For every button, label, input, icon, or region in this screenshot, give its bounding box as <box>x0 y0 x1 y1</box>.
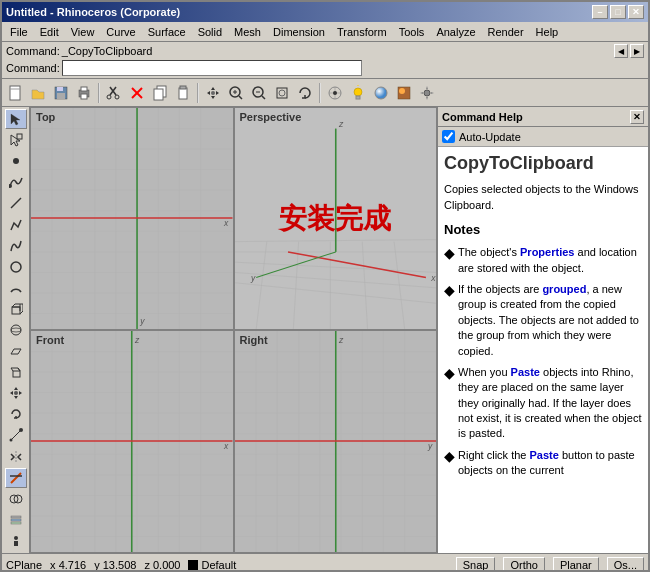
left-btn-extrude[interactable] <box>5 362 27 382</box>
help-close-button[interactable]: ✕ <box>630 110 644 124</box>
status-ortho-btn[interactable]: Ortho <box>503 557 545 573</box>
tb-delete[interactable] <box>126 82 148 104</box>
left-btn-mirror[interactable] <box>5 447 27 467</box>
status-os-btn[interactable]: Os... <box>607 557 644 573</box>
menu-mesh[interactable]: Mesh <box>228 24 267 40</box>
layer-color-dot <box>188 560 198 570</box>
autoupdate-checkbox[interactable] <box>442 130 455 143</box>
left-btn-surface[interactable] <box>5 341 27 361</box>
viewport-top[interactable]: Top x y <box>30 107 234 330</box>
help-autoupdate: Auto-Update <box>438 127 648 147</box>
left-btn-circle[interactable] <box>5 257 27 277</box>
tb-cut[interactable] <box>103 82 125 104</box>
maximize-button[interactable]: □ <box>610 5 626 19</box>
svg-line-90 <box>235 283 437 304</box>
menu-curve[interactable]: Curve <box>100 24 141 40</box>
scroll-up-btn[interactable]: ◀ <box>614 44 628 58</box>
left-btn-boolean[interactable] <box>5 489 27 509</box>
svg-point-11 <box>115 95 119 99</box>
menu-transform[interactable]: Transform <box>331 24 393 40</box>
menu-view[interactable]: View <box>65 24 101 40</box>
tb-zoom-ext[interactable] <box>271 82 293 104</box>
left-btn-line[interactable] <box>5 193 27 213</box>
left-btn-arc[interactable] <box>5 278 27 298</box>
status-z-label: z <box>144 559 150 571</box>
help-header: Command Help ✕ <box>438 107 648 127</box>
left-btn-scale[interactable] <box>5 425 27 445</box>
command-input[interactable] <box>62 60 362 76</box>
left-toolbar <box>2 107 30 553</box>
svg-rect-39 <box>17 134 22 139</box>
viewport-front[interactable]: Front x z <box>30 330 234 553</box>
tb-light[interactable] <box>347 82 369 104</box>
svg-point-35 <box>375 87 387 99</box>
viewport-top-grid: x y <box>31 108 233 329</box>
minimize-button[interactable]: – <box>592 5 608 19</box>
tb-zoom-in[interactable] <box>225 82 247 104</box>
svg-line-99 <box>256 252 336 278</box>
svg-point-54 <box>9 439 12 442</box>
svg-rect-33 <box>356 96 360 99</box>
tb-new[interactable] <box>4 82 26 104</box>
help-command-name: CopyToClipboard <box>444 151 642 176</box>
tb-pan[interactable] <box>202 82 224 104</box>
menu-file[interactable]: File <box>4 24 34 40</box>
left-btn-box[interactable] <box>5 299 27 319</box>
left-btn-point[interactable] <box>5 151 27 171</box>
help-title: Command Help <box>442 111 523 123</box>
left-btn-trim[interactable] <box>5 468 27 488</box>
left-btn-curve-pt[interactable] <box>5 172 27 192</box>
left-btn-props[interactable] <box>5 531 27 551</box>
viewport-front-label: Front <box>36 334 64 346</box>
bullet-dot-4: ◆ <box>444 449 458 463</box>
menu-help[interactable]: Help <box>530 24 565 40</box>
tb-settings[interactable] <box>416 82 438 104</box>
title-buttons: – □ ✕ <box>592 5 644 19</box>
menu-render[interactable]: Render <box>482 24 530 40</box>
viewport-front-grid: x z <box>31 331 233 552</box>
help-bullet-2: ◆ If the objects are grouped, a new grou… <box>444 282 642 359</box>
tb-paste[interactable] <box>172 82 194 104</box>
viewport-perspective[interactable]: Perspective <box>234 107 438 330</box>
tb-zoom-out[interactable] <box>248 82 270 104</box>
tb-copy[interactable] <box>149 82 171 104</box>
menu-edit[interactable]: Edit <box>34 24 65 40</box>
menu-surface[interactable]: Surface <box>142 24 192 40</box>
status-x: x 4.716 <box>50 559 86 571</box>
tb-print[interactable] <box>73 82 95 104</box>
scroll-down-btn[interactable]: ▶ <box>630 44 644 58</box>
autoupdate-label: Auto-Update <box>459 131 521 143</box>
status-snap-btn[interactable]: Snap <box>456 557 496 573</box>
viewport-right-grid: y z <box>235 331 437 552</box>
command-input-row: Command: <box>6 59 644 77</box>
viewport-right[interactable]: Right y z <box>234 330 438 553</box>
left-btn-move[interactable] <box>5 383 27 403</box>
tb-snap[interactable] <box>324 82 346 104</box>
close-button[interactable]: ✕ <box>628 5 644 19</box>
title-text: Untitled - Rhinoceros (Corporate) <box>6 6 180 18</box>
tb-material[interactable] <box>370 82 392 104</box>
menu-tools[interactable]: Tools <box>393 24 431 40</box>
tb-render[interactable] <box>393 82 415 104</box>
left-btn-curve[interactable] <box>5 236 27 256</box>
tb-open[interactable] <box>27 82 49 104</box>
left-btn-select[interactable] <box>5 109 27 129</box>
left-btn-polyline[interactable] <box>5 214 27 234</box>
menu-solid[interactable]: Solid <box>192 24 228 40</box>
svg-line-93 <box>293 242 298 329</box>
svg-point-63 <box>14 536 18 540</box>
left-btn-select2[interactable] <box>5 130 27 150</box>
svg-rect-4 <box>57 93 65 99</box>
status-planar-btn[interactable]: Planar <box>553 557 599 573</box>
menu-analyze[interactable]: Analyze <box>430 24 481 40</box>
svg-line-52 <box>11 430 21 440</box>
tb-rotate[interactable] <box>294 82 316 104</box>
command-scroll: ◀ ▶ <box>614 44 644 58</box>
left-btn-rotate[interactable] <box>5 404 27 424</box>
menu-dimension[interactable]: Dimension <box>267 24 331 40</box>
svg-point-53 <box>19 428 23 432</box>
svg-point-43 <box>11 262 21 272</box>
tb-save[interactable] <box>50 82 72 104</box>
left-btn-layers[interactable] <box>5 510 27 530</box>
left-btn-sphere[interactable] <box>5 320 27 340</box>
